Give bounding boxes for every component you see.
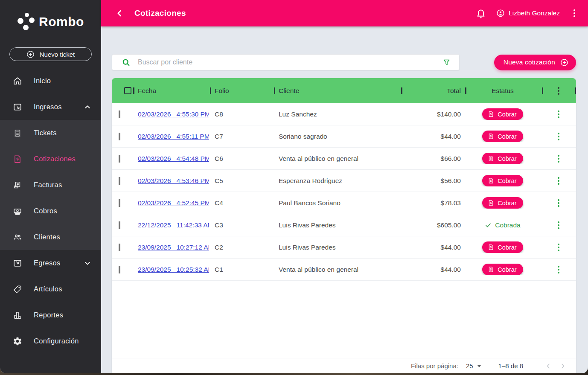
svg-text:$: $: [490, 201, 492, 205]
sidebar-item-tickets[interactable]: Tickets: [0, 120, 101, 146]
row-fecha-cell: 02/03/2026 4:54:48 PM: [132, 155, 209, 163]
sidebar-item-clientes[interactable]: Clientes: [0, 224, 101, 250]
notifications-button[interactable]: [476, 8, 486, 19]
sidebar-item-configuracion[interactable]: Configuración: [0, 328, 101, 354]
quote-doc-icon: $: [13, 154, 22, 164]
cobrar-badge[interactable]: $ Cobrar: [482, 131, 523, 142]
row-more-options-button[interactable]: [556, 175, 561, 186]
sidebar-item-cobros[interactable]: Cobros: [0, 198, 101, 224]
cobrar-badge[interactable]: $ Cobrar: [482, 197, 523, 209]
row-actions-cell: [541, 220, 576, 231]
row-fecha-cell: 23/09/2025 10:25:32 AM: [132, 266, 209, 273]
row-date-link[interactable]: 23/09/2025 10:27:12 AM: [138, 244, 209, 251]
cobrar-badge[interactable]: $ Cobrar: [482, 153, 523, 164]
row-more-options-button[interactable]: [556, 242, 561, 253]
row-total: $66.00: [400, 155, 464, 163]
cobrada-status: Cobrada: [485, 221, 520, 229]
row-fecha-cell: 23/09/2025 10:27:12 AM: [132, 244, 209, 251]
row-actions-cell: [541, 175, 576, 186]
row-checkbox[interactable]: [119, 133, 120, 140]
table-row: 02/03/2026 4:54:48 PM C6 Venta al públic…: [112, 148, 576, 170]
row-date-link[interactable]: 02/03/2026 4:54:48 PM: [138, 155, 209, 162]
column-header-folio[interactable]: Folio: [209, 78, 273, 103]
row-checkbox[interactable]: [119, 177, 120, 185]
cobrar-badge[interactable]: $ Cobrar: [482, 175, 523, 186]
row-checkbox-cell: [112, 266, 132, 273]
column-header-cliente[interactable]: Cliente: [273, 78, 400, 103]
row-more-options-button[interactable]: [556, 109, 561, 120]
row-date-link[interactable]: 02/03/2026 4:55:30 PM: [138, 110, 209, 118]
table-body: 02/03/2026 4:55:30 PM C8 Luz Sanchez $14…: [112, 103, 576, 281]
sidebar-item-inicio[interactable]: Inicio: [0, 68, 101, 94]
row-date-link[interactable]: 23/09/2025 10:25:32 AM: [138, 266, 209, 273]
receipt-icon: [13, 128, 22, 138]
row-fecha-cell: 22/12/2025 11:42:33 AM: [132, 221, 209, 229]
svg-text:$: $: [490, 268, 492, 271]
charge-doc-icon: $: [488, 244, 494, 250]
charge-doc-icon: $: [488, 266, 494, 273]
more-options-button[interactable]: [572, 8, 577, 19]
svg-text:$: $: [490, 113, 492, 116]
row-more-options-button[interactable]: [556, 198, 561, 209]
row-checkbox[interactable]: [119, 110, 120, 118]
people-icon: [13, 233, 22, 242]
row-folio: C7: [209, 133, 273, 140]
back-button[interactable]: [113, 7, 126, 20]
row-checkbox[interactable]: [119, 221, 120, 229]
row-date-link[interactable]: 22/12/2025 11:42:33 AM: [138, 221, 209, 229]
app-window: Rombo Nuevo ticket Inicio Ingresos Ticke…: [0, 0, 588, 373]
row-checkbox[interactable]: [119, 155, 120, 163]
row-cliente: Soriano sagrado: [273, 133, 400, 140]
sidebar-item-articulos[interactable]: Artículos: [0, 276, 101, 302]
sidebar-item-label: Facturas: [34, 181, 62, 189]
row-fecha-cell: 02/03/2026 4:55:30 PM: [132, 110, 209, 118]
pagination: Filas por página: 25 1–8 de 8: [112, 358, 576, 373]
new-ticket-button[interactable]: Nuevo ticket: [9, 47, 92, 61]
sidebar-item-reportes[interactable]: Reportes: [0, 302, 101, 328]
row-more-options-button[interactable]: [556, 131, 561, 142]
column-header-total[interactable]: Total: [400, 78, 464, 103]
row-checkbox[interactable]: [119, 244, 120, 251]
filter-button[interactable]: [442, 58, 451, 67]
row-date-link[interactable]: 02/03/2026 4:53:46 PM: [138, 177, 209, 184]
user-menu[interactable]: Lizbeth Gonzalez: [496, 9, 560, 17]
cobrar-badge[interactable]: $ Cobrar: [482, 108, 523, 120]
new-ticket-label: Nuevo ticket: [40, 51, 75, 58]
select-all-checkbox[interactable]: [124, 87, 131, 94]
sidebar-item-egresos[interactable]: Egresos: [0, 250, 101, 276]
row-more-options-button[interactable]: [556, 153, 561, 164]
sidebar-item-cotizaciones[interactable]: $ Cotizaciones: [0, 146, 101, 172]
cobrar-badge[interactable]: $ Cobrar: [482, 241, 523, 253]
row-more-options-button[interactable]: [556, 220, 561, 231]
row-checkbox[interactable]: [119, 199, 120, 207]
cobrar-badge[interactable]: $ Cobrar: [482, 264, 523, 275]
row-total: $140.00: [400, 110, 464, 118]
next-page-button[interactable]: [556, 360, 570, 372]
rows-per-page-select[interactable]: 25: [466, 362, 481, 369]
row-checkbox[interactable]: [119, 266, 120, 273]
row-date-link[interactable]: 02/03/2026 4:55:11 PM: [138, 133, 209, 140]
column-header-estatus[interactable]: Estatus: [464, 78, 541, 103]
header-more-options-button[interactable]: [556, 85, 561, 96]
previous-page-button[interactable]: [541, 360, 556, 372]
ingresos-submenu: Tickets $ Cotizaciones Facturas Cobros C…: [0, 120, 101, 250]
pagination-range: 1–8 de 8: [498, 362, 523, 369]
home-icon: [13, 76, 22, 86]
svg-text:$: $: [490, 135, 492, 138]
chevron-up-icon: [84, 104, 91, 110]
gear-icon: [13, 337, 22, 346]
search-input[interactable]: [138, 58, 442, 66]
charge-doc-icon: $: [488, 111, 494, 117]
sidebar-item-ingresos[interactable]: Ingresos: [0, 94, 101, 120]
row-checkbox-cell: [112, 177, 132, 185]
charge-doc-icon: $: [488, 177, 494, 184]
sidebar-item-facturas[interactable]: Facturas: [0, 172, 101, 198]
row-cliente: Venta al público en general: [273, 155, 400, 163]
row-actions-cell: [541, 264, 576, 275]
new-quote-button[interactable]: Nueva cotización: [494, 55, 576, 70]
row-date-link[interactable]: 02/03/2026 4:52:45 PM: [138, 199, 209, 206]
row-more-options-button[interactable]: [556, 264, 561, 275]
main-area: Cotizaciones Lizbeth Gonzalez: [101, 0, 588, 373]
column-header-fecha[interactable]: Fecha: [132, 78, 209, 103]
row-total: $44.00: [400, 133, 464, 140]
